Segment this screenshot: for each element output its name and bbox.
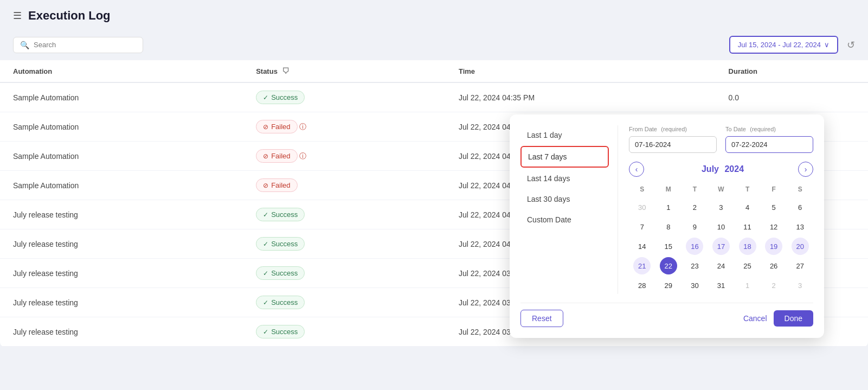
calendar-day[interactable]: 13 (792, 218, 809, 235)
app-container: ☰ Execution Log 🔍 Jul 15, 2024 - Jul 22,… (0, 0, 868, 390)
cell-automation: July release testing (0, 288, 243, 317)
cell-automation: July release testing (0, 229, 243, 259)
status-badge: ✓ Success (256, 296, 305, 309)
calendar-day[interactable]: 1 (739, 277, 756, 294)
calendar-day[interactable]: 20 (792, 238, 809, 255)
calendar-day[interactable]: 30 (633, 199, 651, 216)
calendar-day[interactable]: 31 (712, 277, 730, 294)
footer-right: Cancel Done (743, 310, 813, 327)
date-picker-dropdown: Last 1 dayLast 7 daysLast 14 daysLast 30… (510, 114, 824, 338)
cell-status: ⊘ Failed ⓘ (243, 142, 446, 171)
calendar-week: 28293031123 (629, 277, 813, 294)
table-row: Sample Automation ✓ Success Jul 22, 2024… (0, 82, 868, 112)
info-icon[interactable]: ⓘ (299, 123, 306, 131)
calendar-day[interactable]: 2 (765, 277, 782, 294)
status-badge: ✓ Success (256, 237, 305, 251)
dropdown-content: Last 1 dayLast 7 daysLast 14 daysLast 30… (520, 125, 813, 294)
calendar-day[interactable]: 8 (660, 218, 677, 235)
calendar-day[interactable]: 6 (792, 199, 809, 216)
calendar-day[interactable]: 12 (765, 218, 782, 235)
badge-icon: ⊘ (263, 182, 268, 189)
calendar-day[interactable]: 19 (765, 238, 782, 255)
filter-icon[interactable]: ⛉ (282, 67, 290, 75)
calendar-day[interactable]: 17 (712, 238, 730, 255)
search-box[interactable]: 🔍 (13, 37, 143, 53)
calendar-day-name: S (787, 183, 813, 195)
calendar-day[interactable]: 5 (765, 199, 782, 216)
cancel-button[interactable]: Cancel (743, 310, 767, 327)
calendar-day-name: T (734, 183, 761, 195)
calendar-day[interactable]: 18 (739, 238, 756, 255)
cell-status: ⊘ Failed (243, 171, 446, 200)
calendar-year: 2024 (724, 164, 744, 174)
calendar-day[interactable]: 11 (739, 218, 756, 235)
calendar-day[interactable]: 15 (660, 238, 677, 255)
search-input[interactable] (34, 41, 136, 49)
cell-status: ✓ Success (243, 200, 446, 229)
cell-status: ✓ Success (243, 259, 446, 288)
calendar-day-name: F (761, 183, 787, 195)
calendar-day[interactable]: 25 (739, 257, 756, 274)
cell-automation: Sample Automation (0, 142, 243, 171)
col-status: Status ⛉ (243, 60, 446, 82)
calendar-day[interactable]: 1 (660, 199, 677, 216)
quick-option-custom[interactable]: Custom Date (520, 210, 609, 229)
table-header-row: Automation Status ⛉ Time Duration (0, 60, 868, 82)
from-date-input[interactable] (629, 136, 717, 153)
calendar-day[interactable]: 7 (633, 218, 651, 235)
quick-option-last30[interactable]: Last 30 days (520, 189, 609, 209)
chevron-down-icon: ∨ (824, 41, 830, 49)
cell-automation: July release testing (0, 259, 243, 288)
calendar-day[interactable]: 4 (739, 199, 756, 216)
calendar-day[interactable]: 3 (712, 199, 730, 216)
calendar-day[interactable]: 29 (660, 277, 677, 294)
quick-option-last1[interactable]: Last 1 day (520, 125, 609, 145)
calendar-week: 30123456 (629, 199, 813, 216)
info-icon[interactable]: ⓘ (299, 152, 306, 160)
calendar-section: From Date (required) To Date (required) (618, 125, 813, 294)
quick-options-panel: Last 1 dayLast 7 daysLast 14 daysLast 30… (520, 125, 618, 294)
calendar-day[interactable]: 26 (765, 257, 782, 274)
prev-month-button[interactable]: ‹ (629, 162, 644, 177)
reset-button[interactable]: Reset (520, 310, 563, 327)
calendar-day[interactable]: 30 (686, 277, 703, 294)
calendar-day[interactable]: 10 (712, 218, 730, 235)
calendar-day[interactable]: 14 (633, 238, 651, 255)
status-badge: ✓ Success (256, 91, 305, 104)
page-title: Execution Log (28, 9, 111, 23)
cell-status: ✓ Success (243, 288, 446, 317)
calendar-day[interactable]: 3 (792, 277, 809, 294)
to-date-input[interactable] (725, 136, 813, 153)
hamburger-icon[interactable]: ☰ (13, 10, 22, 22)
calendar-day-name: T (681, 183, 708, 195)
cell-status: ✓ Success (243, 317, 446, 347)
calendar-month: July (702, 164, 719, 174)
calendar-day[interactable]: 21 (633, 257, 651, 274)
from-date-label: From Date (629, 126, 657, 132)
calendar-day[interactable]: 24 (712, 257, 730, 274)
calendar-day[interactable]: 16 (686, 238, 703, 255)
date-range-button[interactable]: Jul 15, 2024 - Jul 22, 2024 ∨ (729, 36, 838, 54)
calendar-day[interactable]: 23 (686, 257, 703, 274)
from-date-field: From Date (required) (629, 125, 717, 153)
calendar-day[interactable]: 27 (792, 257, 809, 274)
calendar-header: ‹ July 2024 › (629, 162, 813, 177)
quick-option-last14[interactable]: Last 14 days (520, 169, 609, 188)
from-date-required: (required) (661, 126, 687, 132)
badge-icon: ⊘ (263, 123, 268, 131)
calendar-week: 78910111213 (629, 218, 813, 235)
next-month-button[interactable]: › (798, 162, 813, 177)
toolbar-right: Jul 15, 2024 - Jul 22, 2024 ∨ ↺ (729, 36, 855, 54)
status-badge: ⊘ Failed (256, 120, 297, 133)
date-range-label: Jul 15, 2024 - Jul 22, 2024 (738, 41, 821, 49)
calendar-day[interactable]: 22 (660, 257, 677, 274)
cell-automation: July release testing (0, 200, 243, 229)
calendar-day[interactable]: 2 (686, 199, 703, 216)
calendar-day[interactable]: 9 (686, 218, 703, 235)
calendar-day[interactable]: 28 (633, 277, 651, 294)
cell-automation: July release testing (0, 317, 243, 347)
done-button[interactable]: Done (774, 310, 813, 327)
badge-icon: ⊘ (263, 152, 268, 160)
refresh-button[interactable]: ↺ (847, 39, 855, 51)
quick-option-last7[interactable]: Last 7 days (520, 146, 609, 168)
